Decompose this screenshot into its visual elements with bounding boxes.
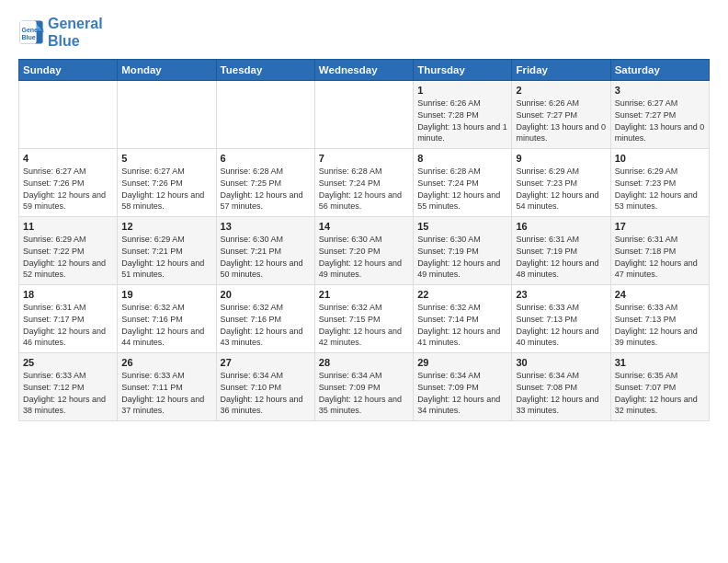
header-day-saturday: Saturday	[610, 60, 709, 81]
calendar-cell: 1 Sunrise: 6:26 AMSunset: 7:28 PMDayligh…	[414, 81, 512, 149]
day-info: Sunrise: 6:30 AMSunset: 7:19 PMDaylight:…	[417, 234, 507, 280]
calendar-cell: 28 Sunrise: 6:34 AMSunset: 7:09 PMDaylig…	[314, 353, 413, 421]
calendar-cell: 5 Sunrise: 6:27 AMSunset: 7:26 PMDayligh…	[118, 149, 216, 217]
day-number: 16	[516, 221, 606, 232]
calendar-cell: 25 Sunrise: 6:33 AMSunset: 7:12 PMDaylig…	[19, 353, 118, 421]
day-info: Sunrise: 6:30 AMSunset: 7:21 PMDaylight:…	[221, 234, 311, 280]
day-info: Sunrise: 6:29 AMSunset: 7:23 PMDaylight:…	[516, 166, 606, 212]
day-info: Sunrise: 6:33 AMSunset: 7:13 PMDaylight:…	[615, 302, 705, 348]
day-info: Sunrise: 6:34 AMSunset: 7:09 PMDaylight:…	[319, 370, 409, 416]
calendar-cell: 3 Sunrise: 6:27 AMSunset: 7:27 PMDayligh…	[610, 81, 709, 149]
day-number: 15	[417, 221, 507, 232]
calendar-cell: 2 Sunrise: 6:26 AMSunset: 7:27 PMDayligh…	[512, 81, 610, 149]
calendar-cell: 12 Sunrise: 6:29 AMSunset: 7:21 PMDaylig…	[118, 217, 216, 285]
day-number: 28	[319, 357, 409, 368]
calendar-cell: 27 Sunrise: 6:34 AMSunset: 7:10 PMDaylig…	[216, 353, 314, 421]
svg-text:General: General	[22, 27, 45, 33]
calendar-cell: 14 Sunrise: 6:30 AMSunset: 7:20 PMDaylig…	[314, 217, 413, 285]
day-number: 5	[121, 153, 211, 164]
day-info: Sunrise: 6:32 AMSunset: 7:16 PMDaylight:…	[221, 302, 311, 348]
day-number: 23	[516, 289, 606, 300]
day-number: 29	[417, 357, 507, 368]
day-number: 22	[417, 289, 507, 300]
day-number: 7	[319, 153, 409, 164]
day-number: 1	[417, 85, 507, 96]
calendar-table: SundayMondayTuesdayWednesdayThursdayFrid…	[18, 59, 710, 421]
day-info: Sunrise: 6:27 AMSunset: 7:27 PMDaylight:…	[615, 98, 705, 144]
svg-text:Blue: Blue	[22, 35, 36, 41]
calendar-cell	[118, 81, 216, 149]
calendar-cell: 18 Sunrise: 6:31 AMSunset: 7:17 PMDaylig…	[19, 285, 118, 353]
week-row-2: 11 Sunrise: 6:29 AMSunset: 7:22 PMDaylig…	[19, 217, 710, 285]
day-number: 20	[221, 289, 311, 300]
calendar-cell: 4 Sunrise: 6:27 AMSunset: 7:26 PMDayligh…	[19, 149, 118, 217]
calendar-cell	[216, 81, 314, 149]
day-number: 9	[516, 153, 606, 164]
day-number: 21	[319, 289, 409, 300]
day-number: 31	[615, 357, 705, 368]
day-number: 11	[23, 221, 113, 232]
calendar-cell: 6 Sunrise: 6:28 AMSunset: 7:25 PMDayligh…	[216, 149, 314, 217]
day-number: 24	[615, 289, 705, 300]
logo-icon: General Blue	[18, 19, 44, 45]
header: General Blue General Blue	[18, 15, 710, 50]
day-number: 13	[221, 221, 311, 232]
day-info: Sunrise: 6:35 AMSunset: 7:07 PMDaylight:…	[615, 370, 705, 416]
day-number: 14	[319, 221, 409, 232]
calendar-cell: 7 Sunrise: 6:28 AMSunset: 7:24 PMDayligh…	[314, 149, 413, 217]
calendar-cell	[314, 81, 413, 149]
day-number: 19	[121, 289, 211, 300]
week-row-0: 1 Sunrise: 6:26 AMSunset: 7:28 PMDayligh…	[19, 81, 710, 149]
calendar-cell: 10 Sunrise: 6:29 AMSunset: 7:23 PMDaylig…	[610, 149, 709, 217]
day-number: 10	[615, 153, 705, 164]
day-info: Sunrise: 6:32 AMSunset: 7:14 PMDaylight:…	[417, 302, 507, 348]
logo-text: General Blue	[48, 15, 103, 50]
day-info: Sunrise: 6:31 AMSunset: 7:19 PMDaylight:…	[516, 234, 606, 280]
calendar-cell: 21 Sunrise: 6:32 AMSunset: 7:15 PMDaylig…	[314, 285, 413, 353]
week-row-3: 18 Sunrise: 6:31 AMSunset: 7:17 PMDaylig…	[19, 285, 710, 353]
logo: General Blue General Blue	[18, 15, 103, 50]
day-info: Sunrise: 6:34 AMSunset: 7:09 PMDaylight:…	[417, 370, 507, 416]
week-row-4: 25 Sunrise: 6:33 AMSunset: 7:12 PMDaylig…	[19, 353, 710, 421]
day-number: 26	[121, 357, 211, 368]
day-info: Sunrise: 6:29 AMSunset: 7:21 PMDaylight:…	[121, 234, 211, 280]
calendar-cell: 30 Sunrise: 6:34 AMSunset: 7:08 PMDaylig…	[512, 353, 610, 421]
day-info: Sunrise: 6:26 AMSunset: 7:28 PMDaylight:…	[417, 98, 507, 144]
calendar-cell: 8 Sunrise: 6:28 AMSunset: 7:24 PMDayligh…	[414, 149, 512, 217]
header-day-wednesday: Wednesday	[314, 60, 413, 81]
day-info: Sunrise: 6:32 AMSunset: 7:16 PMDaylight:…	[121, 302, 211, 348]
day-info: Sunrise: 6:27 AMSunset: 7:26 PMDaylight:…	[23, 166, 113, 212]
calendar-cell: 26 Sunrise: 6:33 AMSunset: 7:11 PMDaylig…	[118, 353, 216, 421]
day-info: Sunrise: 6:28 AMSunset: 7:25 PMDaylight:…	[221, 166, 311, 212]
day-number: 27	[221, 357, 311, 368]
day-number: 2	[516, 85, 606, 96]
day-number: 6	[221, 153, 311, 164]
day-number: 25	[23, 357, 113, 368]
day-info: Sunrise: 6:31 AMSunset: 7:17 PMDaylight:…	[23, 302, 113, 348]
day-info: Sunrise: 6:33 AMSunset: 7:12 PMDaylight:…	[23, 370, 113, 416]
page: General Blue General Blue SundayMondayTu…	[0, 0, 728, 563]
calendar-cell: 24 Sunrise: 6:33 AMSunset: 7:13 PMDaylig…	[610, 285, 709, 353]
header-day-thursday: Thursday	[414, 60, 512, 81]
week-row-1: 4 Sunrise: 6:27 AMSunset: 7:26 PMDayligh…	[19, 149, 710, 217]
calendar-cell	[19, 81, 118, 149]
calendar-cell: 23 Sunrise: 6:33 AMSunset: 7:13 PMDaylig…	[512, 285, 610, 353]
day-number: 18	[23, 289, 113, 300]
calendar-cell: 15 Sunrise: 6:30 AMSunset: 7:19 PMDaylig…	[414, 217, 512, 285]
calendar-cell: 22 Sunrise: 6:32 AMSunset: 7:14 PMDaylig…	[414, 285, 512, 353]
day-info: Sunrise: 6:34 AMSunset: 7:10 PMDaylight:…	[221, 370, 311, 416]
calendar-cell: 31 Sunrise: 6:35 AMSunset: 7:07 PMDaylig…	[610, 353, 709, 421]
calendar-cell: 16 Sunrise: 6:31 AMSunset: 7:19 PMDaylig…	[512, 217, 610, 285]
day-info: Sunrise: 6:33 AMSunset: 7:11 PMDaylight:…	[121, 370, 211, 416]
calendar-cell: 29 Sunrise: 6:34 AMSunset: 7:09 PMDaylig…	[414, 353, 512, 421]
day-info: Sunrise: 6:29 AMSunset: 7:22 PMDaylight:…	[23, 234, 113, 280]
day-info: Sunrise: 6:27 AMSunset: 7:26 PMDaylight:…	[121, 166, 211, 212]
day-info: Sunrise: 6:26 AMSunset: 7:27 PMDaylight:…	[516, 98, 606, 144]
day-info: Sunrise: 6:34 AMSunset: 7:08 PMDaylight:…	[516, 370, 606, 416]
calendar-cell: 11 Sunrise: 6:29 AMSunset: 7:22 PMDaylig…	[19, 217, 118, 285]
header-day-tuesday: Tuesday	[216, 60, 314, 81]
calendar-cell: 20 Sunrise: 6:32 AMSunset: 7:16 PMDaylig…	[216, 285, 314, 353]
day-number: 17	[615, 221, 705, 232]
header-day-sunday: Sunday	[19, 60, 118, 81]
day-info: Sunrise: 6:28 AMSunset: 7:24 PMDaylight:…	[417, 166, 507, 212]
